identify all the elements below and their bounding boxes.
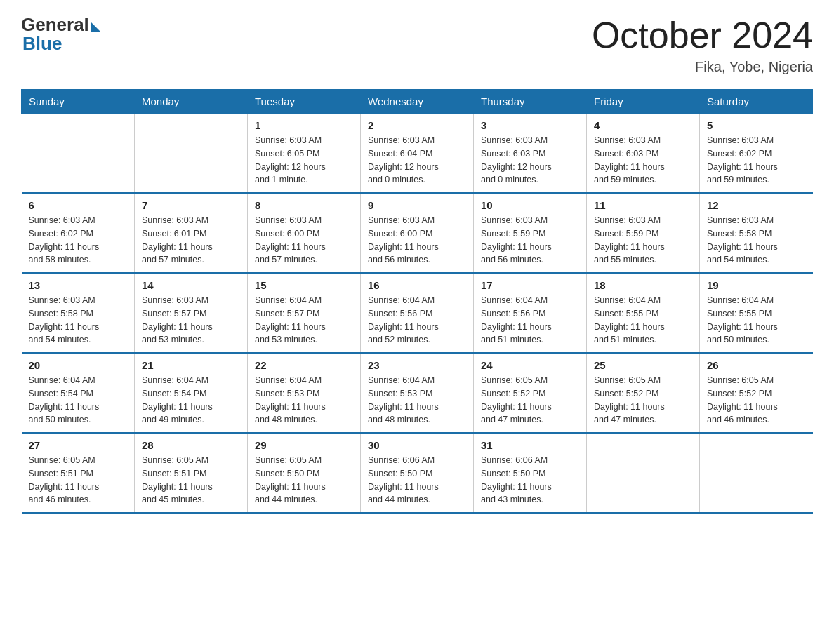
day-info: Sunrise: 6:05 AM Sunset: 5:51 PM Dayligh… <box>142 454 240 507</box>
calendar-cell: 5Sunrise: 6:03 AM Sunset: 6:02 PM Daylig… <box>700 114 813 194</box>
calendar-cell: 23Sunrise: 6:04 AM Sunset: 5:53 PM Dayli… <box>361 353 474 433</box>
day-number: 28 <box>142 439 240 451</box>
day-info: Sunrise: 6:05 AM Sunset: 5:50 PM Dayligh… <box>255 454 353 507</box>
logo-arrow-icon <box>91 22 100 32</box>
day-number: 7 <box>142 199 240 211</box>
calendar-cell: 12Sunrise: 6:03 AM Sunset: 5:58 PM Dayli… <box>700 193 813 273</box>
day-number: 19 <box>707 279 806 291</box>
day-number: 31 <box>481 439 579 451</box>
day-number: 8 <box>255 199 353 211</box>
calendar-week-row: 20Sunrise: 6:04 AM Sunset: 5:54 PM Dayli… <box>22 353 813 433</box>
location: Fika, Yobe, Nigeria <box>592 59 813 75</box>
day-info: Sunrise: 6:03 AM Sunset: 5:59 PM Dayligh… <box>481 214 579 267</box>
month-title: October 2024 <box>592 14 813 56</box>
calendar-header-row: SundayMondayTuesdayWednesdayThursdayFrid… <box>22 90 813 114</box>
day-number: 22 <box>255 359 353 371</box>
day-info: Sunrise: 6:03 AM Sunset: 5:58 PM Dayligh… <box>707 214 806 267</box>
calendar-cell: 1Sunrise: 6:03 AM Sunset: 6:05 PM Daylig… <box>248 114 361 194</box>
day-info: Sunrise: 6:03 AM Sunset: 6:05 PM Dayligh… <box>255 134 353 187</box>
day-info: Sunrise: 6:03 AM Sunset: 5:58 PM Dayligh… <box>29 294 128 347</box>
calendar-table: SundayMondayTuesdayWednesdayThursdayFrid… <box>21 89 813 514</box>
day-of-week-header: Thursday <box>474 90 587 114</box>
calendar-cell: 25Sunrise: 6:05 AM Sunset: 5:52 PM Dayli… <box>587 353 700 433</box>
calendar-cell: 21Sunrise: 6:04 AM Sunset: 5:54 PM Dayli… <box>135 353 248 433</box>
day-number: 14 <box>142 279 240 291</box>
day-number: 30 <box>368 439 466 451</box>
calendar-cell: 13Sunrise: 6:03 AM Sunset: 5:58 PM Dayli… <box>22 273 135 353</box>
day-info: Sunrise: 6:06 AM Sunset: 5:50 PM Dayligh… <box>368 454 466 507</box>
calendar-cell: 8Sunrise: 6:03 AM Sunset: 6:00 PM Daylig… <box>248 193 361 273</box>
day-info: Sunrise: 6:04 AM Sunset: 5:55 PM Dayligh… <box>707 294 806 347</box>
calendar-week-row: 13Sunrise: 6:03 AM Sunset: 5:58 PM Dayli… <box>22 273 813 353</box>
calendar-cell: 22Sunrise: 6:04 AM Sunset: 5:53 PM Dayli… <box>248 353 361 433</box>
day-info: Sunrise: 6:05 AM Sunset: 5:51 PM Dayligh… <box>29 454 128 507</box>
calendar-cell: 26Sunrise: 6:05 AM Sunset: 5:52 PM Dayli… <box>700 353 813 433</box>
day-info: Sunrise: 6:04 AM Sunset: 5:53 PM Dayligh… <box>255 374 353 427</box>
day-number: 13 <box>29 279 128 291</box>
day-info: Sunrise: 6:04 AM Sunset: 5:54 PM Dayligh… <box>142 374 240 427</box>
title-area: October 2024 Fika, Yobe, Nigeria <box>592 14 813 75</box>
calendar-cell: 16Sunrise: 6:04 AM Sunset: 5:56 PM Dayli… <box>361 273 474 353</box>
day-number: 12 <box>707 199 806 211</box>
day-info: Sunrise: 6:04 AM Sunset: 5:55 PM Dayligh… <box>594 294 692 347</box>
calendar-week-row: 1Sunrise: 6:03 AM Sunset: 6:05 PM Daylig… <box>22 114 813 194</box>
day-number: 15 <box>255 279 353 291</box>
day-number: 24 <box>481 359 579 371</box>
logo-blue-text: Blue <box>22 33 62 55</box>
calendar-cell <box>22 114 135 194</box>
day-info: Sunrise: 6:03 AM Sunset: 6:02 PM Dayligh… <box>29 214 128 267</box>
day-info: Sunrise: 6:05 AM Sunset: 5:52 PM Dayligh… <box>707 374 806 427</box>
calendar-cell: 3Sunrise: 6:03 AM Sunset: 6:03 PM Daylig… <box>474 114 587 194</box>
day-info: Sunrise: 6:03 AM Sunset: 6:03 PM Dayligh… <box>481 134 579 187</box>
day-number: 21 <box>142 359 240 371</box>
day-of-week-header: Saturday <box>700 90 813 114</box>
calendar-week-row: 27Sunrise: 6:05 AM Sunset: 5:51 PM Dayli… <box>22 433 813 513</box>
day-info: Sunrise: 6:03 AM Sunset: 6:01 PM Dayligh… <box>142 214 240 267</box>
day-info: Sunrise: 6:04 AM Sunset: 5:53 PM Dayligh… <box>368 374 466 427</box>
day-info: Sunrise: 6:06 AM Sunset: 5:50 PM Dayligh… <box>481 454 579 507</box>
calendar-cell: 30Sunrise: 6:06 AM Sunset: 5:50 PM Dayli… <box>361 433 474 513</box>
calendar-cell: 6Sunrise: 6:03 AM Sunset: 6:02 PM Daylig… <box>22 193 135 273</box>
calendar-cell: 10Sunrise: 6:03 AM Sunset: 5:59 PM Dayli… <box>474 193 587 273</box>
page-header: General Blue October 2024 Fika, Yobe, Ni… <box>21 14 813 75</box>
logo: General Blue <box>21 14 100 55</box>
calendar-cell <box>135 114 248 194</box>
day-info: Sunrise: 6:04 AM Sunset: 5:54 PM Dayligh… <box>29 374 128 427</box>
day-number: 18 <box>594 279 692 291</box>
calendar-cell <box>700 433 813 513</box>
calendar-cell: 29Sunrise: 6:05 AM Sunset: 5:50 PM Dayli… <box>248 433 361 513</box>
day-number: 27 <box>29 439 128 451</box>
calendar-cell: 28Sunrise: 6:05 AM Sunset: 5:51 PM Dayli… <box>135 433 248 513</box>
calendar-cell: 18Sunrise: 6:04 AM Sunset: 5:55 PM Dayli… <box>587 273 700 353</box>
day-of-week-header: Friday <box>587 90 700 114</box>
calendar-cell: 11Sunrise: 6:03 AM Sunset: 5:59 PM Dayli… <box>587 193 700 273</box>
day-of-week-header: Wednesday <box>361 90 474 114</box>
day-number: 10 <box>481 199 579 211</box>
day-of-week-header: Sunday <box>22 90 135 114</box>
calendar-cell: 31Sunrise: 6:06 AM Sunset: 5:50 PM Dayli… <box>474 433 587 513</box>
calendar-cell: 27Sunrise: 6:05 AM Sunset: 5:51 PM Dayli… <box>22 433 135 513</box>
day-info: Sunrise: 6:03 AM Sunset: 6:02 PM Dayligh… <box>707 134 806 187</box>
calendar-cell: 14Sunrise: 6:03 AM Sunset: 5:57 PM Dayli… <box>135 273 248 353</box>
day-number: 3 <box>481 119 579 131</box>
calendar-cell: 7Sunrise: 6:03 AM Sunset: 6:01 PM Daylig… <box>135 193 248 273</box>
calendar-cell: 24Sunrise: 6:05 AM Sunset: 5:52 PM Dayli… <box>474 353 587 433</box>
calendar-cell: 15Sunrise: 6:04 AM Sunset: 5:57 PM Dayli… <box>248 273 361 353</box>
day-info: Sunrise: 6:04 AM Sunset: 5:56 PM Dayligh… <box>368 294 466 347</box>
calendar-cell: 2Sunrise: 6:03 AM Sunset: 6:04 PM Daylig… <box>361 114 474 194</box>
day-number: 6 <box>29 199 128 211</box>
calendar-cell: 19Sunrise: 6:04 AM Sunset: 5:55 PM Dayli… <box>700 273 813 353</box>
day-number: 2 <box>368 119 466 131</box>
day-number: 11 <box>594 199 692 211</box>
day-info: Sunrise: 6:03 AM Sunset: 5:59 PM Dayligh… <box>594 214 692 267</box>
day-number: 29 <box>255 439 353 451</box>
day-info: Sunrise: 6:05 AM Sunset: 5:52 PM Dayligh… <box>481 374 579 427</box>
day-of-week-header: Tuesday <box>248 90 361 114</box>
day-number: 26 <box>707 359 806 371</box>
calendar-cell <box>587 433 700 513</box>
day-number: 1 <box>255 119 353 131</box>
day-number: 20 <box>29 359 128 371</box>
day-number: 16 <box>368 279 466 291</box>
day-info: Sunrise: 6:03 AM Sunset: 6:00 PM Dayligh… <box>255 214 353 267</box>
day-number: 25 <box>594 359 692 371</box>
